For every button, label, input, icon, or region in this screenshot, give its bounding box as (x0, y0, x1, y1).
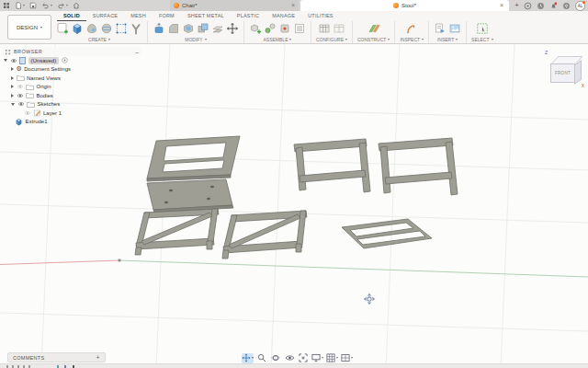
body-back-frame[interactable] (147, 136, 240, 181)
workspace-switcher[interactable]: DESIGN (7, 15, 51, 40)
tab-plastic[interactable]: PLASTIC (231, 11, 266, 21)
home-button[interactable] (73, 2, 80, 9)
close-tab-icon[interactable]: × (291, 3, 295, 8)
browser-header[interactable]: BROWSER – (2, 47, 141, 56)
body-flat-frame[interactable] (342, 219, 432, 248)
timeline-play-control[interactable] (23, 365, 25, 368)
help-icon[interactable] (562, 2, 571, 10)
group-label-construct[interactable]: CONSTRUCT (357, 37, 390, 42)
extensions-icon[interactable] (524, 2, 532, 10)
new-tab-button[interactable]: + (514, 2, 519, 9)
component-color-swatch-icon[interactable] (62, 57, 68, 63)
form-button[interactable] (85, 22, 98, 35)
shell-button[interactable] (182, 22, 195, 35)
timeline-sketch-feature[interactable] (57, 365, 59, 368)
viewport-3d[interactable]: BROWSER – (Unsaved) ⚙ Document Settings … (0, 44, 588, 368)
timeline-play-control[interactable] (28, 365, 30, 368)
group-label-assemble[interactable]: ASSEMBLE (264, 37, 292, 42)
viewports-button[interactable] (341, 353, 353, 363)
save-button[interactable] (29, 2, 37, 9)
body-side-frame-right[interactable] (379, 138, 458, 195)
display-settings-button[interactable] (311, 353, 323, 363)
tab-form[interactable]: FORM (153, 11, 181, 21)
document-tab-stool[interactable]: Stool* × (300, 0, 509, 11)
timeline-extrude-feature[interactable] (64, 365, 66, 368)
timeline-play-control[interactable] (12, 365, 14, 368)
tree-row-origin[interactable]: Origin (2, 83, 141, 92)
tree-row-root[interactable]: (Unsaved) (2, 56, 141, 65)
view-cube-front-face[interactable]: FRONT (550, 63, 575, 83)
redo-button[interactable] (57, 2, 68, 9)
fit-button[interactable] (298, 353, 309, 363)
motion-study-button[interactable] (293, 22, 306, 35)
body-seat-plate[interactable] (147, 179, 233, 213)
document-tab-chair[interactable]: Chair* × (170, 0, 299, 11)
chevron-right-icon[interactable] (11, 67, 14, 71)
group-label-insert[interactable]: INSERT (437, 37, 458, 42)
timeline-bar[interactable] (0, 363, 588, 368)
tab-sheet-metal[interactable]: SHEET METAL (181, 11, 231, 21)
comments-bar[interactable]: COMMENTS + (7, 352, 106, 362)
close-tab-icon[interactable]: × (500, 3, 503, 8)
press-pull-button[interactable] (153, 22, 165, 35)
tree-row-layer1[interactable]: Layer 1 (2, 109, 141, 118)
timeline-play-control[interactable] (6, 365, 8, 368)
move-copy-button[interactable] (226, 22, 239, 35)
grid-and-snaps-button[interactable] (326, 353, 338, 363)
view-cube[interactable]: Z FRONT X (544, 50, 586, 94)
chevron-down-icon[interactable] (4, 59, 7, 62)
body-brace-frame-left[interactable] (135, 209, 219, 255)
undo-button[interactable] (41, 2, 52, 9)
group-label-inspect[interactable]: INSPECT (400, 37, 424, 42)
chevron-down-icon[interactable] (11, 103, 15, 106)
group-label-create[interactable]: CREATE (88, 37, 110, 42)
chevron-right-icon[interactable] (11, 76, 14, 80)
create-sketch-button[interactable] (56, 22, 69, 35)
box-select-sketch-button[interactable] (115, 22, 128, 35)
tab-mesh[interactable]: MESH (124, 11, 153, 21)
group-label-modify[interactable]: MODIFY (185, 37, 206, 42)
insert-derive-button[interactable] (434, 22, 447, 35)
eye-icon[interactable] (10, 58, 17, 63)
configuration-table-button[interactable] (333, 22, 345, 35)
new-component-button[interactable] (249, 22, 262, 35)
combine-button[interactable] (197, 22, 209, 35)
measure-button[interactable] (405, 22, 418, 35)
timeline-position-marker[interactable] (73, 365, 74, 368)
zoom-window-button[interactable] (256, 353, 267, 363)
sphere-button[interactable] (100, 22, 113, 35)
tab-utilities[interactable]: UTILITIES (301, 11, 339, 21)
chevron-right-icon[interactable] (11, 85, 14, 88)
job-status-icon[interactable] (537, 2, 545, 10)
chevron-right-icon[interactable] (11, 94, 14, 98)
offset-face-button[interactable] (211, 22, 224, 35)
tree-row-bodies[interactable]: Bodies (2, 91, 141, 100)
body-brace-frame-right[interactable] (222, 211, 307, 259)
insert-canvas-button[interactable] (448, 22, 461, 35)
joint-origin-button[interactable] (278, 22, 291, 35)
tab-manage[interactable]: MANAGE (266, 11, 301, 21)
pipe-button[interactable] (130, 22, 142, 35)
body-side-frame-left[interactable] (294, 139, 370, 192)
configuration-button[interactable] (318, 22, 331, 35)
look-at-button[interactable] (284, 353, 295, 363)
pan-button[interactable] (242, 353, 254, 363)
tree-row-named-views[interactable]: Named Views (2, 74, 141, 83)
group-label-select[interactable]: SELECT (471, 37, 492, 42)
tree-row-sketches[interactable]: Sketches (2, 100, 141, 109)
view-cube-right-face[interactable] (574, 60, 582, 85)
origin-point[interactable] (119, 259, 121, 262)
group-label-configure[interactable]: CONFIGURE (316, 37, 347, 42)
notifications-icon[interactable] (549, 2, 558, 10)
select-button[interactable] (476, 22, 489, 35)
eye-icon[interactable] (17, 101, 25, 107)
orbit-button[interactable] (270, 353, 281, 363)
eye-icon[interactable] (17, 93, 24, 98)
fillet-button[interactable] (167, 22, 180, 35)
tab-solid[interactable]: SOLID (57, 11, 86, 21)
construction-plane-button[interactable] (368, 22, 380, 35)
user-avatar[interactable]: AL (575, 1, 585, 11)
joint-button[interactable] (264, 22, 277, 35)
timeline-play-control[interactable] (17, 365, 19, 368)
tab-surface[interactable]: SURFACE (86, 11, 124, 21)
